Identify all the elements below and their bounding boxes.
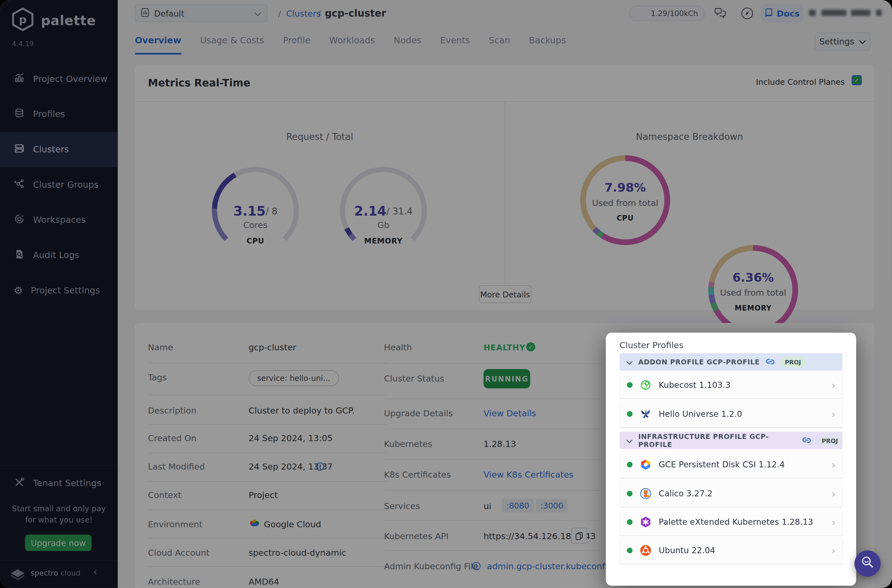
infrastructure-profile-name: INFRASTRUCTURE PROFILE GCP-PROFILE — [638, 433, 796, 448]
status-dot — [627, 519, 633, 525]
chevron-down-icon — [626, 357, 633, 368]
status-dot — [627, 548, 633, 554]
cluster-profiles-title: Cluster Profiles — [619, 340, 683, 350]
cluster-profiles-panel: Cluster Profiles ADDON PROFILE GCP-PROFI… — [606, 333, 856, 586]
status-dot — [627, 491, 633, 496]
profile-layer-hello-universe[interactable]: Hello Universe 1.2.0 › — [619, 401, 842, 427]
addon-profile-header[interactable]: ADDON PROFILE GCP-PROFILE PROJ — [619, 353, 842, 371]
profile-layer-palette-extended-kubernetes[interactable]: Palette eXtended Kubernetes 1.28.13 › — [619, 509, 842, 535]
profile-layer-name: GCE Persistent Disk CSI 1.12.4 — [659, 460, 832, 469]
status-dot — [627, 411, 633, 417]
stage: p palette 4.4.19 Project Overview Profil… — [0, 0, 892, 588]
magnifier-smile-icon — [860, 555, 875, 572]
profile-layer-name: Hello Universe 1.2.0 — [659, 410, 832, 418]
ubuntu-icon — [639, 544, 652, 556]
profile-layer-name: Ubuntu 22.04 — [659, 546, 832, 555]
hello-universe-icon — [639, 408, 652, 420]
chevron-down-icon — [626, 435, 633, 446]
profile-layer-ubuntu[interactable]: Ubuntu 22.04 › — [619, 537, 842, 564]
addon-profile-name: ADDON PROFILE GCP-PROFILE — [638, 358, 760, 366]
gce-persistent-disk-icon — [639, 458, 652, 471]
app-window: p palette 4.4.19 Project Overview Profil… — [0, 0, 892, 588]
profile-layer-name: Palette eXtended Kubernetes 1.28.13 — [659, 518, 832, 527]
link-icon — [766, 357, 775, 368]
link-icon — [802, 435, 811, 446]
profile-layer-calico[interactable]: Calico 3.27.2 › — [619, 481, 842, 507]
infrastructure-profile-header[interactable]: INFRASTRUCTURE PROFILE GCP-PROFILE PROJ — [619, 432, 842, 449]
chevron-right-icon: › — [832, 459, 836, 470]
project-scope-badge: PROJ — [780, 357, 806, 367]
status-dot — [627, 382, 633, 388]
project-scope-badge: PROJ — [817, 435, 842, 446]
profile-layer-name: Kubecost 1.103.3 — [659, 380, 832, 390]
profile-layer-name: Calico 3.27.2 — [659, 489, 832, 498]
chevron-right-icon: › — [832, 379, 836, 391]
calico-icon — [639, 487, 652, 500]
profile-layer-kubecost[interactable]: Kubecost 1.103.3 › — [619, 372, 842, 398]
chevron-right-icon: › — [832, 516, 836, 528]
chevron-right-icon: › — [832, 488, 836, 500]
chevron-right-icon: › — [832, 544, 836, 556]
profile-layer-gce-disk-csi[interactable]: GCE Persistent Disk CSI 1.12.4 › — [619, 452, 842, 478]
pxk-icon — [639, 516, 652, 528]
status-dot — [627, 462, 633, 468]
chevron-right-icon: › — [832, 408, 836, 420]
kubecost-icon — [639, 379, 652, 391]
search-fab-button[interactable] — [854, 550, 881, 577]
